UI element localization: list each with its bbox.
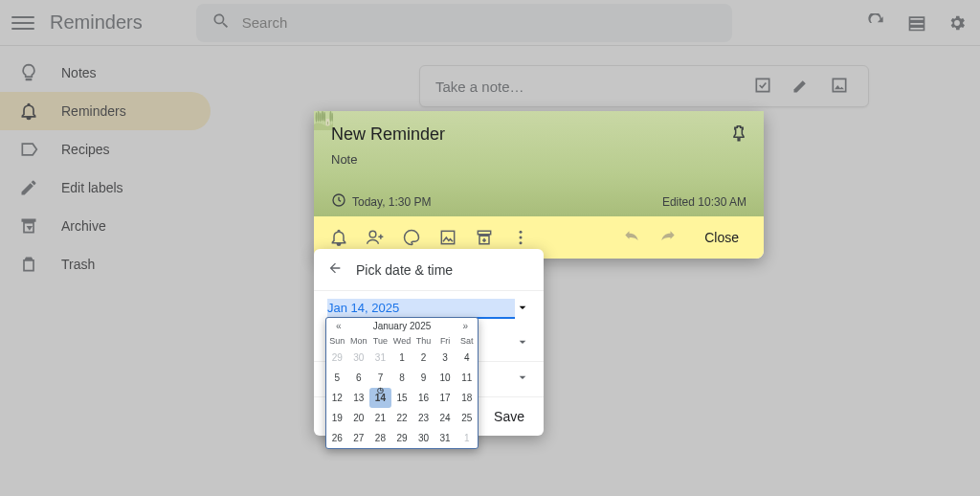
svg-point-18 xyxy=(369,231,376,237)
calendar-day[interactable]: 3 xyxy=(434,348,457,368)
svg-point-21 xyxy=(520,237,523,239)
calendar-day[interactable]: 31 xyxy=(434,428,457,448)
calendar-day[interactable]: 21 xyxy=(369,408,391,428)
calendar-day[interactable]: 24 xyxy=(434,408,457,428)
calendar-day[interactable]: 1 xyxy=(391,348,413,368)
reminder-card: New Reminder Note Today, 1:30 PM Edited … xyxy=(314,111,764,259)
calendar-day[interactable]: 26 xyxy=(326,428,348,448)
svg-rect-2 xyxy=(327,122,328,124)
reminder-note[interactable]: Note xyxy=(331,152,746,167)
chevron-down-icon[interactable] xyxy=(515,300,530,319)
clock-icon xyxy=(331,192,346,211)
calendar-day[interactable]: 29 xyxy=(326,348,348,368)
svg-point-20 xyxy=(520,231,523,234)
reminder-title[interactable]: New Reminder xyxy=(331,124,746,145)
close-button[interactable]: Close xyxy=(689,224,754,251)
calendar-dow: Wed xyxy=(391,334,413,348)
chevron-down-icon[interactable] xyxy=(515,334,530,353)
calendar-day[interactable]: 11 xyxy=(456,368,478,388)
calendar-dow: Fri xyxy=(434,334,457,348)
calendar-day[interactable]: 14◷ xyxy=(369,388,391,408)
reminder-header-image: New Reminder Note Today, 1:30 PM Edited … xyxy=(314,111,764,216)
calendar-day[interactable]: 31 xyxy=(369,348,391,368)
back-arrow-icon[interactable] xyxy=(327,260,343,279)
svg-rect-19 xyxy=(441,231,454,243)
calendar-day[interactable]: 1 xyxy=(456,428,478,448)
calendar-day[interactable]: 28 xyxy=(369,428,391,448)
calendar-day[interactable]: 4 xyxy=(456,348,478,368)
calendar-popup: « January 2025 » SunMonTueWedThuFriSat 2… xyxy=(325,317,479,449)
reminder-time-chip[interactable]: Today, 1:30 PM xyxy=(352,195,432,209)
calendar-dow: Thu xyxy=(412,334,434,348)
calendar-month-label: January 2025 xyxy=(373,321,432,331)
calendar-day[interactable]: 12 xyxy=(326,388,348,408)
date-panel-title: Pick date & time xyxy=(356,262,453,278)
calendar-day[interactable]: 13 xyxy=(348,388,370,408)
calendar-day[interactable]: 6 xyxy=(348,368,370,388)
prev-month-icon[interactable]: « xyxy=(332,321,345,331)
chevron-down-icon[interactable] xyxy=(515,370,530,389)
calendar-day-grid: 2930311234567891011121314◷15161718192021… xyxy=(326,348,478,448)
reminder-edited-label: Edited 10:30 AM xyxy=(662,195,746,209)
landscape-illustration xyxy=(314,111,333,130)
calendar-day[interactable]: 27 xyxy=(348,428,370,448)
calendar-day[interactable]: 17 xyxy=(434,388,457,408)
calendar-day[interactable]: 8 xyxy=(391,368,413,388)
calendar-day[interactable]: 23 xyxy=(412,408,434,428)
calendar-day[interactable]: 18 xyxy=(456,388,478,408)
next-month-icon[interactable]: » xyxy=(458,321,472,331)
undo-icon[interactable] xyxy=(616,222,647,253)
calendar-dow-row: SunMonTueWedThuFriSat xyxy=(326,334,478,348)
clock-icon: ◷ xyxy=(377,386,384,395)
calendar-day[interactable]: 19 xyxy=(326,408,348,428)
calendar-dow: Mon xyxy=(348,334,370,348)
calendar-day[interactable]: 16 xyxy=(412,388,434,408)
calendar-day[interactable]: 10 xyxy=(434,368,457,388)
calendar-day[interactable]: 7 xyxy=(369,368,391,388)
redo-icon[interactable] xyxy=(653,222,683,253)
calendar-day[interactable]: 30 xyxy=(412,428,434,448)
calendar-day[interactable]: 2 xyxy=(412,348,434,368)
calendar-day[interactable]: 5 xyxy=(326,368,348,388)
date-field[interactable]: Jan 14, 2025 xyxy=(327,299,515,319)
calendar-day[interactable]: 22 xyxy=(391,408,413,428)
calendar-day[interactable]: 25 xyxy=(456,408,478,428)
calendar-dow: Tue xyxy=(369,334,391,348)
calendar-day[interactable]: 29 xyxy=(391,428,413,448)
svg-point-22 xyxy=(520,241,523,244)
calendar-dow: Sun xyxy=(326,334,348,348)
calendar-day[interactable]: 15 xyxy=(391,388,413,408)
calendar-day[interactable]: 30 xyxy=(348,348,370,368)
pin-icon[interactable] xyxy=(727,123,750,146)
calendar-dow: Sat xyxy=(456,334,478,348)
calendar-day[interactable]: 20 xyxy=(348,408,370,428)
calendar-day[interactable]: 9 xyxy=(412,368,434,388)
